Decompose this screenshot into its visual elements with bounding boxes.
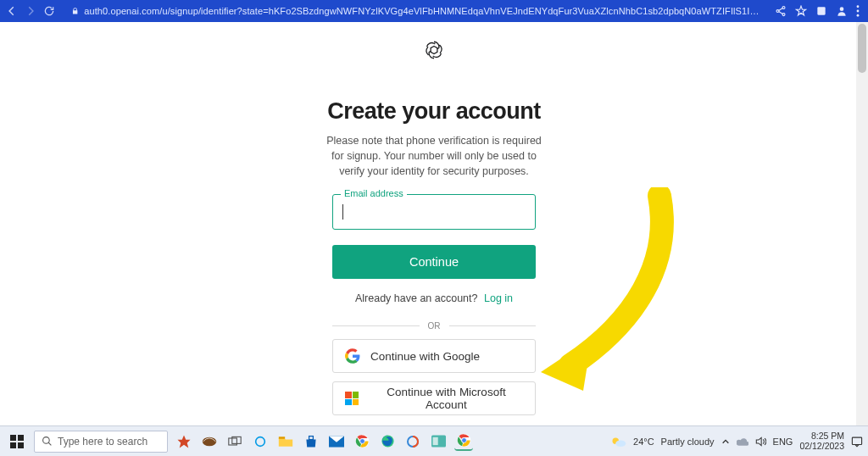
reload-button[interactable] [42,4,56,18]
page-viewport: Create your account Please note that pho… [0,22,868,425]
address-bar[interactable]: auth0.openai.com/u/signup/identifier?sta… [66,3,765,19]
page-title: Create your account [327,98,541,125]
notifications-icon[interactable] [851,436,863,448]
app-icon[interactable] [200,432,219,451]
svg-point-33 [615,440,626,447]
continue-button[interactable]: Continue [332,245,536,279]
chevron-up-icon[interactable] [721,437,730,446]
menu-icon[interactable] [856,5,860,17]
clock-time: 8:25 PM [799,431,844,442]
back-button[interactable] [5,4,19,18]
clock-date: 02/12/2023 [799,442,844,452]
weather-desc[interactable]: Partly cloudy [661,437,715,447]
svg-rect-3 [817,7,825,14]
task-view-icon[interactable] [225,432,244,451]
email-field[interactable] [332,194,536,230]
system-tray: 24°C Partly cloudy ENG 8:25 PM 02/12/202… [611,431,868,451]
svg-marker-14 [178,435,191,448]
forward-button[interactable] [24,4,37,18]
email-field-wrap: Email address [332,194,536,230]
taskbar-search[interactable]: Type here to search [34,431,168,453]
microsoft-label: Continue with Microsoft Account [370,386,523,411]
svg-rect-28 [432,437,437,445]
browser-toolbar: auth0.openai.com/u/signup/identifier?sta… [0,0,868,22]
onedrive-icon[interactable] [737,437,748,446]
svg-rect-11 [10,442,16,448]
weather-temp[interactable]: 24°C [633,437,654,447]
taskbar-pinned [175,432,473,451]
openai-logo [423,39,445,61]
share-icon[interactable] [775,5,787,17]
app-icon[interactable] [429,432,448,451]
svg-point-13 [43,437,50,444]
search-placeholder: Type here to search [58,436,147,448]
start-button[interactable] [0,426,34,456]
continue-microsoft-button[interactable]: Continue with Microsoft Account [332,381,536,415]
mail-icon[interactable] [327,432,346,451]
windows-taskbar: Type here to search 24°C Partly cloudy E… [0,425,868,456]
svg-rect-10 [18,435,24,441]
app-icon[interactable] [403,432,422,451]
language-indicator[interactable]: ENG [773,437,793,447]
svg-point-6 [857,10,860,13]
google-label: Continue with Google [370,350,480,363]
google-icon [345,348,360,364]
text-caret [342,204,343,220]
divider-text: OR [428,321,441,331]
cortana-icon[interactable] [251,432,270,451]
page-subtitle: Please note that phone verification is r… [320,133,548,179]
store-icon[interactable] [302,432,320,451]
svg-rect-12 [18,442,24,448]
svg-rect-19 [279,437,285,438]
svg-point-7 [857,14,860,17]
profile-icon[interactable] [836,5,848,17]
svg-marker-8 [431,46,437,53]
already-text: Already have an account? [355,292,478,304]
lock-icon [71,7,79,15]
svg-point-5 [857,5,860,8]
microsoft-icon [345,391,359,406]
extension-icon[interactable] [815,5,827,17]
star-icon[interactable] [795,5,807,17]
weather-icon[interactable] [611,436,626,448]
clock[interactable]: 8:25 PM 02/12/2023 [799,431,844,451]
chrome-active-icon[interactable] [454,432,473,451]
or-divider: OR [332,321,536,331]
svg-rect-9 [10,435,16,441]
svg-point-15 [203,437,217,446]
app-icon[interactable] [175,432,193,451]
login-link[interactable]: Log in [484,292,513,304]
svg-point-18 [256,437,265,446]
search-icon [42,436,53,447]
volume-icon[interactable] [755,437,766,447]
edge-icon[interactable] [378,432,397,451]
svg-rect-20 [309,436,314,439]
url-text: auth0.openai.com/u/signup/identifier?sta… [84,6,760,16]
login-prompt: Already have an account? Log in [332,292,536,304]
svg-point-4 [840,7,844,11]
continue-google-button[interactable]: Continue with Google [332,339,536,373]
chrome-icon[interactable] [353,432,371,451]
email-label: Email address [341,188,407,198]
explorer-icon[interactable] [276,432,295,451]
svg-rect-34 [852,437,861,444]
